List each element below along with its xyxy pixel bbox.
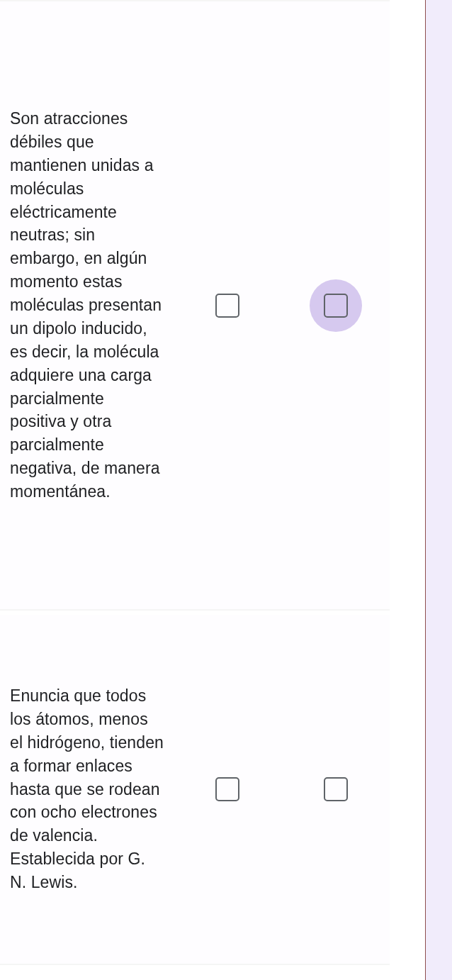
checkbox-wrapper-1a xyxy=(201,279,254,332)
checkbox-wrapper-2b xyxy=(310,763,362,815)
checkbox-cell-1a xyxy=(174,279,282,332)
checkbox-cell-2b xyxy=(282,763,390,815)
question-text-2: Enuncia que todos los átomos, menos el h… xyxy=(0,684,174,894)
checkbox-2b[interactable] xyxy=(324,777,348,801)
checkbox-cell-2a xyxy=(174,763,282,815)
content-area: Son atracciones débiles que mantienen un… xyxy=(0,0,390,980)
checkbox-2a[interactable] xyxy=(215,777,239,801)
checkbox-wrapper-2a xyxy=(201,763,254,815)
checkbox-1a[interactable] xyxy=(215,294,239,318)
question-text-1: Son atracciones débiles que mantienen un… xyxy=(0,107,174,503)
question-row-1: Son atracciones débiles que mantienen un… xyxy=(0,0,390,611)
right-panel xyxy=(425,0,452,980)
checkbox-cell-1b xyxy=(282,279,390,332)
question-row-2: Enuncia que todos los átomos, menos el h… xyxy=(0,615,390,965)
bottom-gap xyxy=(0,965,390,975)
checkbox-wrapper-1b xyxy=(310,279,362,332)
checkbox-1b[interactable] xyxy=(324,294,348,318)
